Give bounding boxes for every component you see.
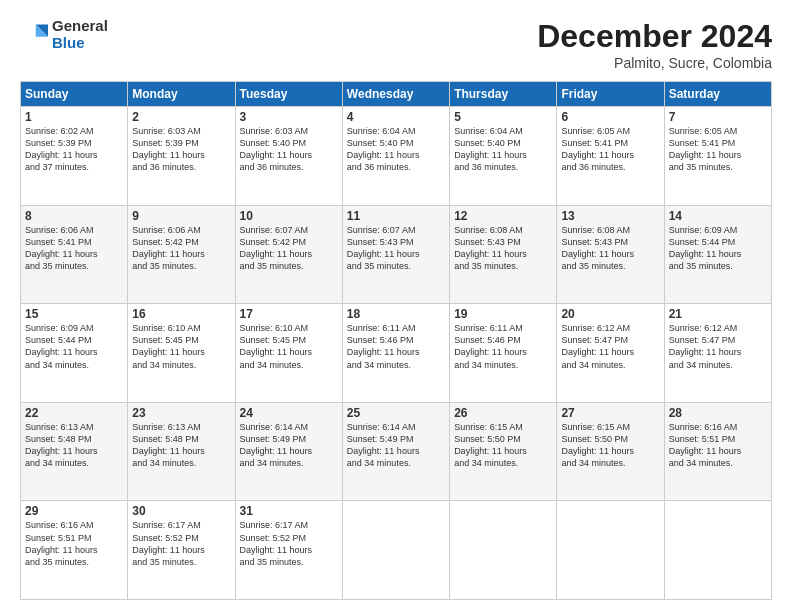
logo-general-text: General <box>52 18 108 35</box>
day-number: 11 <box>347 209 445 223</box>
calendar-cell: 12 Sunrise: 6:08 AMSunset: 5:43 PMDaylig… <box>450 205 557 304</box>
logo-blue-text: Blue <box>52 35 108 52</box>
calendar-cell: 19 Sunrise: 6:11 AMSunset: 5:46 PMDaylig… <box>450 304 557 403</box>
day-info: Sunrise: 6:16 AMSunset: 5:51 PMDaylight:… <box>25 519 123 568</box>
calendar-cell: 5 Sunrise: 6:04 AMSunset: 5:40 PMDayligh… <box>450 107 557 206</box>
day-number: 25 <box>347 406 445 420</box>
day-number: 31 <box>240 504 338 518</box>
calendar-cell <box>557 501 664 600</box>
day-info: Sunrise: 6:17 AMSunset: 5:52 PMDaylight:… <box>132 519 230 568</box>
day-info: Sunrise: 6:17 AMSunset: 5:52 PMDaylight:… <box>240 519 338 568</box>
day-number: 5 <box>454 110 552 124</box>
day-info: Sunrise: 6:09 AMSunset: 5:44 PMDaylight:… <box>25 322 123 371</box>
day-number: 16 <box>132 307 230 321</box>
calendar-cell: 15 Sunrise: 6:09 AMSunset: 5:44 PMDaylig… <box>21 304 128 403</box>
day-info: Sunrise: 6:12 AMSunset: 5:47 PMDaylight:… <box>669 322 767 371</box>
calendar-cell: 10 Sunrise: 6:07 AMSunset: 5:42 PMDaylig… <box>235 205 342 304</box>
calendar-cell: 18 Sunrise: 6:11 AMSunset: 5:46 PMDaylig… <box>342 304 449 403</box>
header-row: Sunday Monday Tuesday Wednesday Thursday… <box>21 82 772 107</box>
day-number: 6 <box>561 110 659 124</box>
calendar-week-5: 29 Sunrise: 6:16 AMSunset: 5:51 PMDaylig… <box>21 501 772 600</box>
day-info: Sunrise: 6:05 AMSunset: 5:41 PMDaylight:… <box>561 125 659 174</box>
day-number: 20 <box>561 307 659 321</box>
logo-text: General Blue <box>52 18 108 51</box>
header-thursday: Thursday <box>450 82 557 107</box>
location-subtitle: Palmito, Sucre, Colombia <box>537 55 772 71</box>
calendar-cell: 2 Sunrise: 6:03 AMSunset: 5:39 PMDayligh… <box>128 107 235 206</box>
calendar-cell: 26 Sunrise: 6:15 AMSunset: 5:50 PMDaylig… <box>450 402 557 501</box>
day-info: Sunrise: 6:08 AMSunset: 5:43 PMDaylight:… <box>561 224 659 273</box>
calendar-cell: 13 Sunrise: 6:08 AMSunset: 5:43 PMDaylig… <box>557 205 664 304</box>
calendar-cell: 1 Sunrise: 6:02 AMSunset: 5:39 PMDayligh… <box>21 107 128 206</box>
calendar-cell: 9 Sunrise: 6:06 AMSunset: 5:42 PMDayligh… <box>128 205 235 304</box>
day-info: Sunrise: 6:11 AMSunset: 5:46 PMDaylight:… <box>347 322 445 371</box>
day-info: Sunrise: 6:04 AMSunset: 5:40 PMDaylight:… <box>347 125 445 174</box>
day-number: 28 <box>669 406 767 420</box>
calendar-cell: 31 Sunrise: 6:17 AMSunset: 5:52 PMDaylig… <box>235 501 342 600</box>
month-title: December 2024 <box>537 18 772 55</box>
calendar-cell: 17 Sunrise: 6:10 AMSunset: 5:45 PMDaylig… <box>235 304 342 403</box>
day-info: Sunrise: 6:02 AMSunset: 5:39 PMDaylight:… <box>25 125 123 174</box>
day-number: 26 <box>454 406 552 420</box>
calendar-cell: 3 Sunrise: 6:03 AMSunset: 5:40 PMDayligh… <box>235 107 342 206</box>
day-number: 15 <box>25 307 123 321</box>
day-info: Sunrise: 6:04 AMSunset: 5:40 PMDaylight:… <box>454 125 552 174</box>
day-info: Sunrise: 6:08 AMSunset: 5:43 PMDaylight:… <box>454 224 552 273</box>
calendar-cell: 7 Sunrise: 6:05 AMSunset: 5:41 PMDayligh… <box>664 107 771 206</box>
day-info: Sunrise: 6:14 AMSunset: 5:49 PMDaylight:… <box>347 421 445 470</box>
calendar-cell: 8 Sunrise: 6:06 AMSunset: 5:41 PMDayligh… <box>21 205 128 304</box>
day-number: 19 <box>454 307 552 321</box>
header-wednesday: Wednesday <box>342 82 449 107</box>
calendar-cell <box>664 501 771 600</box>
header-saturday: Saturday <box>664 82 771 107</box>
day-info: Sunrise: 6:03 AMSunset: 5:40 PMDaylight:… <box>240 125 338 174</box>
calendar-week-1: 1 Sunrise: 6:02 AMSunset: 5:39 PMDayligh… <box>21 107 772 206</box>
header-tuesday: Tuesday <box>235 82 342 107</box>
day-info: Sunrise: 6:07 AMSunset: 5:43 PMDaylight:… <box>347 224 445 273</box>
day-info: Sunrise: 6:07 AMSunset: 5:42 PMDaylight:… <box>240 224 338 273</box>
calendar-cell: 24 Sunrise: 6:14 AMSunset: 5:49 PMDaylig… <box>235 402 342 501</box>
day-number: 29 <box>25 504 123 518</box>
day-number: 30 <box>132 504 230 518</box>
header-friday: Friday <box>557 82 664 107</box>
day-number: 3 <box>240 110 338 124</box>
calendar-cell: 4 Sunrise: 6:04 AMSunset: 5:40 PMDayligh… <box>342 107 449 206</box>
calendar-cell: 22 Sunrise: 6:13 AMSunset: 5:48 PMDaylig… <box>21 402 128 501</box>
day-number: 23 <box>132 406 230 420</box>
calendar-header: Sunday Monday Tuesday Wednesday Thursday… <box>21 82 772 107</box>
calendar-cell: 30 Sunrise: 6:17 AMSunset: 5:52 PMDaylig… <box>128 501 235 600</box>
title-block: December 2024 Palmito, Sucre, Colombia <box>537 18 772 71</box>
calendar-body: 1 Sunrise: 6:02 AMSunset: 5:39 PMDayligh… <box>21 107 772 600</box>
day-info: Sunrise: 6:16 AMSunset: 5:51 PMDaylight:… <box>669 421 767 470</box>
day-number: 21 <box>669 307 767 321</box>
day-info: Sunrise: 6:14 AMSunset: 5:49 PMDaylight:… <box>240 421 338 470</box>
logo-icon <box>20 21 48 49</box>
day-number: 12 <box>454 209 552 223</box>
calendar-week-4: 22 Sunrise: 6:13 AMSunset: 5:48 PMDaylig… <box>21 402 772 501</box>
calendar-cell <box>342 501 449 600</box>
day-number: 22 <box>25 406 123 420</box>
day-number: 1 <box>25 110 123 124</box>
calendar-cell: 25 Sunrise: 6:14 AMSunset: 5:49 PMDaylig… <box>342 402 449 501</box>
calendar-cell: 29 Sunrise: 6:16 AMSunset: 5:51 PMDaylig… <box>21 501 128 600</box>
day-info: Sunrise: 6:15 AMSunset: 5:50 PMDaylight:… <box>561 421 659 470</box>
day-number: 27 <box>561 406 659 420</box>
day-number: 18 <box>347 307 445 321</box>
calendar-cell: 21 Sunrise: 6:12 AMSunset: 5:47 PMDaylig… <box>664 304 771 403</box>
calendar-cell: 16 Sunrise: 6:10 AMSunset: 5:45 PMDaylig… <box>128 304 235 403</box>
logo: General Blue <box>20 18 108 51</box>
day-info: Sunrise: 6:10 AMSunset: 5:45 PMDaylight:… <box>132 322 230 371</box>
day-info: Sunrise: 6:06 AMSunset: 5:42 PMDaylight:… <box>132 224 230 273</box>
day-number: 10 <box>240 209 338 223</box>
day-info: Sunrise: 6:12 AMSunset: 5:47 PMDaylight:… <box>561 322 659 371</box>
calendar-table: Sunday Monday Tuesday Wednesday Thursday… <box>20 81 772 600</box>
day-number: 2 <box>132 110 230 124</box>
header: General Blue December 2024 Palmito, Sucr… <box>20 18 772 71</box>
day-number: 7 <box>669 110 767 124</box>
day-info: Sunrise: 6:15 AMSunset: 5:50 PMDaylight:… <box>454 421 552 470</box>
calendar-week-2: 8 Sunrise: 6:06 AMSunset: 5:41 PMDayligh… <box>21 205 772 304</box>
day-number: 24 <box>240 406 338 420</box>
calendar-cell: 20 Sunrise: 6:12 AMSunset: 5:47 PMDaylig… <box>557 304 664 403</box>
day-number: 4 <box>347 110 445 124</box>
calendar-cell: 14 Sunrise: 6:09 AMSunset: 5:44 PMDaylig… <box>664 205 771 304</box>
